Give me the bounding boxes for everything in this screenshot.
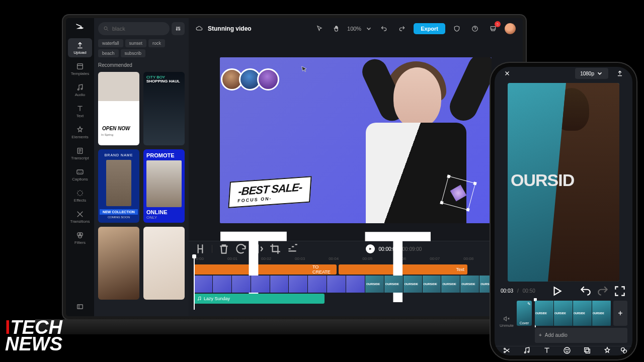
nav-transitions[interactable]: Transitions <box>68 207 92 226</box>
svg-point-12 <box>179 29 180 30</box>
phone-toolbar: Edit Audio Text Stickers Overlay Effects… <box>495 346 632 355</box>
editor-screen: Upload Templates Audio Text Elements Tra… <box>66 18 523 316</box>
video-track[interactable] <box>194 276 518 293</box>
svg-rect-4 <box>77 170 83 174</box>
nav-filters[interactable]: Filters <box>68 228 92 247</box>
phone-video-track[interactable] <box>535 301 611 326</box>
template-card[interactable]: OPEN NOWIn Spring <box>98 72 139 145</box>
tool-stickers[interactable]: Stickers <box>558 346 576 355</box>
tag[interactable]: waterfall <box>98 39 123 47</box>
nav-collapse[interactable] <box>68 297 92 316</box>
nav-elements[interactable]: Elements <box>68 123 92 142</box>
svg-rect-24 <box>585 347 589 351</box>
svg-point-17 <box>504 348 506 349</box>
hand-tool[interactable] <box>330 22 343 35</box>
search-settings-button[interactable] <box>172 22 185 35</box>
nav-effects[interactable]: Effects <box>68 186 92 205</box>
tool-overlay[interactable]: Overlay <box>579 346 596 355</box>
asset-panel: black waterfall sunset rock beach subscr… <box>94 18 189 316</box>
app-logo <box>75 22 85 32</box>
add-clip-button[interactable]: + <box>613 301 627 326</box>
avatar[interactable] <box>505 23 516 34</box>
laptop-base <box>35 319 553 334</box>
tool-text[interactable]: Text <box>538 346 555 355</box>
search-input[interactable]: black <box>98 22 170 35</box>
select-tool[interactable] <box>313 22 326 35</box>
sale-banner: -BEST SALE-FOCUS ON- <box>228 176 311 208</box>
text-icon <box>543 346 551 354</box>
nav-upload[interactable]: Upload <box>68 38 92 57</box>
phone-screen: 1080p OURSID 00:03 / 00:50 Unmute Cover <box>495 67 632 355</box>
tag[interactable]: subscrib <box>121 49 146 57</box>
resolution-select[interactable]: 1080p <box>575 68 608 79</box>
notification-badge: 5 <box>495 21 501 27</box>
phone-redo-button[interactable] <box>596 285 609 298</box>
audio-clip[interactable]: Lazy Sunday <box>194 294 325 304</box>
unmute-button[interactable]: Unmute <box>500 301 514 343</box>
nav-text[interactable]: Text <box>68 102 92 121</box>
add-audio-button[interactable]: +Add audio <box>535 328 627 343</box>
music-icon <box>197 296 202 301</box>
inbox-button[interactable]: 5 <box>487 22 500 35</box>
template-card[interactable]: BRAND NAMENEW COLLECTIONCOMING SOON <box>98 149 139 223</box>
cover-thumbnail[interactable]: Cover <box>517 301 532 326</box>
nav-captions[interactable]: Captions <box>68 165 92 184</box>
shield-button[interactable] <box>450 22 463 35</box>
chevron-down-icon <box>596 70 603 77</box>
export-button[interactable]: Export <box>414 23 445 34</box>
play-icon <box>550 285 564 298</box>
playhead[interactable] <box>194 256 195 310</box>
nav-audio[interactable]: Audio <box>68 80 92 100</box>
svg-rect-8 <box>77 305 83 309</box>
nav-transcript[interactable]: Transcript <box>68 144 92 163</box>
sparkle-icon <box>603 346 611 354</box>
shield-icon <box>453 25 460 32</box>
transform-gizmo[interactable] <box>441 175 476 210</box>
tool-effects[interactable]: Effects <box>599 346 616 355</box>
template-card[interactable] <box>98 227 139 300</box>
phone-time-current: 00:03 <box>501 288 513 294</box>
help-icon <box>471 25 478 32</box>
svg-point-10 <box>176 29 177 30</box>
search-icon <box>103 26 109 32</box>
tag[interactable]: beach <box>98 49 119 57</box>
svg-point-9 <box>104 27 107 30</box>
template-card[interactable]: PROMOTEONLINEONLY <box>143 149 185 223</box>
tool-edit[interactable]: Edit <box>498 346 515 355</box>
help-button[interactable] <box>468 22 481 35</box>
zoom-value[interactable]: 100% <box>347 26 361 32</box>
phone-fullscreen-button[interactable] <box>613 285 626 298</box>
svg-point-18 <box>504 351 506 353</box>
template-card[interactable]: CITY BOYSHOPPING HAUL <box>143 72 185 145</box>
section-label: Recommended <box>98 62 185 68</box>
redo-button[interactable] <box>395 22 409 35</box>
chevron-down-icon <box>365 25 372 32</box>
tag[interactable]: rock <box>148 39 165 47</box>
undo-button[interactable] <box>377 22 390 35</box>
text-clip[interactable]: TO CREATE <box>194 264 337 275</box>
tag[interactable]: sunset <box>125 39 147 47</box>
phone-undo-button[interactable] <box>579 285 592 298</box>
sticker-icon <box>563 346 571 354</box>
svg-point-20 <box>528 351 529 352</box>
tool-audio[interactable]: Audio <box>518 346 535 355</box>
phone-play-button[interactable] <box>550 285 564 298</box>
text-clip[interactable]: Text <box>339 264 467 275</box>
svg-point-7 <box>78 234 82 238</box>
tracks-area[interactable]: TO CREATE Text Lazy Sunday <box>189 263 523 316</box>
project-title[interactable]: Stunning video <box>208 25 252 32</box>
phone-export-button[interactable] <box>613 67 626 80</box>
close-button[interactable] <box>501 67 514 80</box>
phone-timeline[interactable]: Unmute Cover + +Add audio <box>495 298 632 346</box>
phone-canvas[interactable]: OURSID <box>495 80 632 285</box>
template-card[interactable] <box>143 227 185 300</box>
template-grid: OPEN NOWIn Spring CITY BOYSHOPPING HAUL … <box>98 72 185 300</box>
svg-point-21 <box>564 347 570 353</box>
tool-filters[interactable]: Fil <box>619 346 629 355</box>
phone-video: OURSID <box>508 83 619 282</box>
svg-point-23 <box>568 349 568 350</box>
nav-templates[interactable]: Templates <box>68 59 92 78</box>
svg-point-16 <box>200 299 201 300</box>
svg-point-26 <box>621 347 625 351</box>
video-canvas[interactable]: -BEST SALE-FOCUS ON- <box>220 57 492 223</box>
